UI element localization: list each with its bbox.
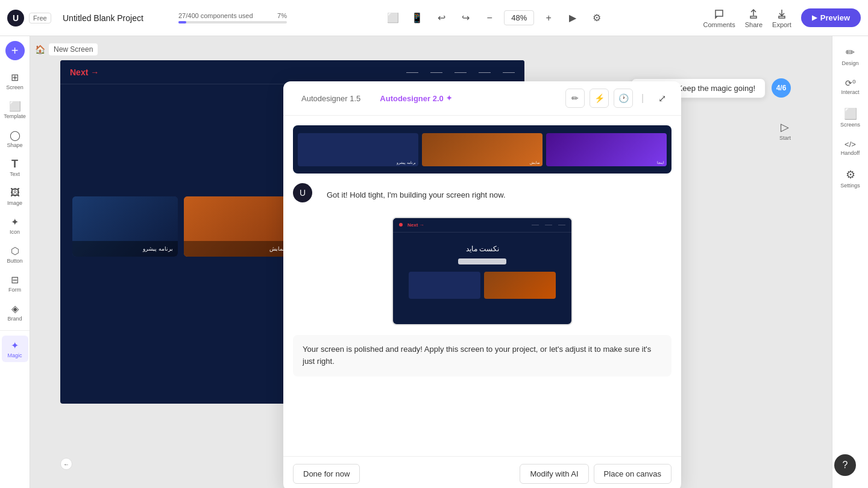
screen-icon: ⊞ <box>9 71 21 83</box>
screens-label: Screens <box>840 122 860 128</box>
sidebar-item-button[interactable]: ⬡ Button <box>2 241 28 267</box>
sidebar-item-image[interactable]: 🖼 Image <box>2 183 28 210</box>
gen-cards <box>403 272 562 299</box>
footer-right-buttons: Modify with AI Place on canvas <box>520 464 671 484</box>
project-title[interactable]: Untitled Blank Project <box>63 13 171 23</box>
home-icon: 🏠 <box>35 45 45 54</box>
ai-preview-image: برنامه پیشرو نمایش اینجا <box>293 125 671 174</box>
comments-button[interactable]: Comments <box>703 8 735 28</box>
gen-nav: Next → —— —— —— <box>393 218 571 233</box>
right-item-screens[interactable]: ⬜ Screens <box>834 102 867 133</box>
sidebar-item-label: Screen <box>6 84 24 90</box>
result-message: Your screen is polished and ready! Apply… <box>293 335 671 377</box>
edit-button[interactable]: ✏ <box>565 89 585 108</box>
share-button[interactable]: Share <box>745 8 763 28</box>
generated-screen: Next → —— —— —— نکست ماید <box>392 217 573 325</box>
ai-preview-card-3: اینجا <box>546 133 667 166</box>
done-for-now-button[interactable]: Done for now <box>293 464 360 484</box>
shape-icon: ◯ <box>9 129 21 141</box>
sidebar-item-icon[interactable]: ✦ Icon <box>2 212 28 239</box>
sidebar-item-label: Form <box>8 287 21 293</box>
place-on-canvas-button[interactable]: Place on canvas <box>594 464 671 484</box>
gen-hero-title: نکست ماید <box>403 245 562 254</box>
nav-link: —— <box>479 69 491 75</box>
canvas-area[interactable]: 🏠 New Screen Next → —— —— —— —— —— نکست … <box>30 36 832 488</box>
right-item-design[interactable]: ✏ Design <box>834 41 867 71</box>
progress-bar <box>178 21 287 23</box>
image-icon: 🖼 <box>9 187 21 199</box>
toolbar-right: Comments Share Export Preview <box>703 8 861 28</box>
right-item-handoff[interactable]: </> Handoff <box>834 135 867 161</box>
left-sidebar: + ⊞ Screen ⬜ Template ◯ Shape T Text 🖼 I… <box>0 36 30 488</box>
form-icon: ⊟ <box>9 274 21 286</box>
desktop-view-button[interactable]: ⬜ <box>383 8 403 28</box>
button-icon: ⬡ <box>9 245 21 257</box>
right-item-interact[interactable]: ⟳⁰ Interact <box>834 74 867 100</box>
export-button[interactable]: Export <box>772 8 791 28</box>
ai-panel-scroll[interactable]: برنامه پیشرو نمایش اینجا U Got it! Hold … <box>283 116 681 456</box>
redo-button[interactable]: ↪ <box>456 8 475 28</box>
main-layout: + ⊞ Screen ⬜ Template ◯ Shape T Text 🖼 I… <box>0 36 868 488</box>
progress-badge: 4/6 <box>772 78 791 98</box>
sidebar-item-magic[interactable]: ✦ Magic <box>2 336 28 362</box>
settings-label: Settings <box>840 183 860 189</box>
sidebar-item-template[interactable]: ⬜ Template <box>2 96 28 123</box>
settings-button[interactable]: ⚙ <box>587 8 606 28</box>
ai-panel-tabs: Autodesigner 1.5 Autodesigner 2.0 ✦ ✏ ⚡ … <box>283 81 681 116</box>
interact-label: Interact <box>841 89 859 95</box>
sidebar-item-screen[interactable]: ⊞ Screen <box>2 67 28 94</box>
expand-button[interactable]: ⤢ <box>652 89 671 108</box>
toolbar-center: ⬜ 📱 ↩ ↪ − 48% + ▶ ⚙ <box>383 8 606 28</box>
right-sidebar: ✏ Design ⟳⁰ Interact ⬜ Screens </> Hando… <box>832 36 868 488</box>
progress-label: 27/400 components used 7% <box>178 12 287 19</box>
design-icon: ✏ <box>846 46 855 59</box>
card-text: نمایش <box>189 246 285 252</box>
sidebar-item-label: Image <box>7 200 22 206</box>
template-icon: ⬜ <box>9 100 21 112</box>
gen-hero: نکست ماید <box>393 233 571 305</box>
canvas-card-2: نمایش <box>184 196 289 257</box>
preview-button[interactable]: Preview <box>801 8 861 27</box>
nav-link: —— <box>430 69 442 75</box>
zoom-level[interactable]: 48% <box>504 10 534 25</box>
screens-icon: ⬜ <box>844 107 857 120</box>
gen-card-2 <box>484 272 556 299</box>
nav-link: —— <box>503 69 515 75</box>
ai-preview-card-2: نمایش <box>422 133 542 166</box>
design-label: Design <box>841 60 858 66</box>
logo-area: U Free <box>7 10 55 27</box>
nav-logo: Next → <box>70 67 99 77</box>
mobile-view-button[interactable]: 📱 <box>407 8 427 28</box>
autodesigner-1-tab[interactable]: Autodesigner 1.5 <box>293 90 369 107</box>
progress-section: 27/400 components used 7% <box>178 12 287 23</box>
ai-card-text: اینجا <box>657 160 664 164</box>
undo-button[interactable]: ↩ <box>432 8 451 28</box>
nav-link: —— <box>454 69 467 75</box>
sidebar-item-form[interactable]: ⊟ Form <box>2 270 28 296</box>
lightning-button[interactable]: ⚡ <box>590 89 609 108</box>
ai-preview-card-1: برنامه پیشرو <box>298 133 418 166</box>
screen-label: 🏠 New Screen <box>35 43 98 55</box>
topbar: U Free Untitled Blank Project 27/400 com… <box>0 0 868 36</box>
help-button[interactable]: ? <box>834 454 856 476</box>
autodesigner-2-tab[interactable]: Autodesigner 2.0 ✦ <box>371 90 460 107</box>
right-item-settings[interactable]: ⚙ Settings <box>834 163 867 193</box>
start-button-area[interactable]: ▷ Start <box>779 120 791 141</box>
ai-panel-footer: Done for now Modify with AI Place on can… <box>283 456 681 488</box>
sidebar-item-brand[interactable]: ◈ Brand <box>2 299 28 325</box>
brand-icon: ◈ <box>9 302 21 314</box>
sidebar-item-text[interactable]: T Text <box>2 154 28 181</box>
text-icon: T <box>9 158 21 170</box>
play-button[interactable]: ▶ <box>563 8 582 28</box>
add-element-button[interactable]: + <box>5 41 25 60</box>
history-button[interactable]: 🕐 <box>614 89 633 108</box>
sparkle-icon: ✦ <box>446 94 452 102</box>
zoom-plus-button[interactable]: + <box>539 8 558 28</box>
canvas-nav: Next → —— —— —— —— —— <box>60 60 524 84</box>
sidebar-item-shape[interactable]: ◯ Shape <box>2 125 28 152</box>
zoom-minus-button[interactable]: − <box>480 8 499 28</box>
modify-with-ai-button[interactable]: Modify with AI <box>520 464 588 484</box>
collapse-sidebar-button[interactable]: ← <box>60 458 72 470</box>
free-badge: Free <box>29 13 51 23</box>
interact-icon: ⟳⁰ <box>845 78 856 88</box>
